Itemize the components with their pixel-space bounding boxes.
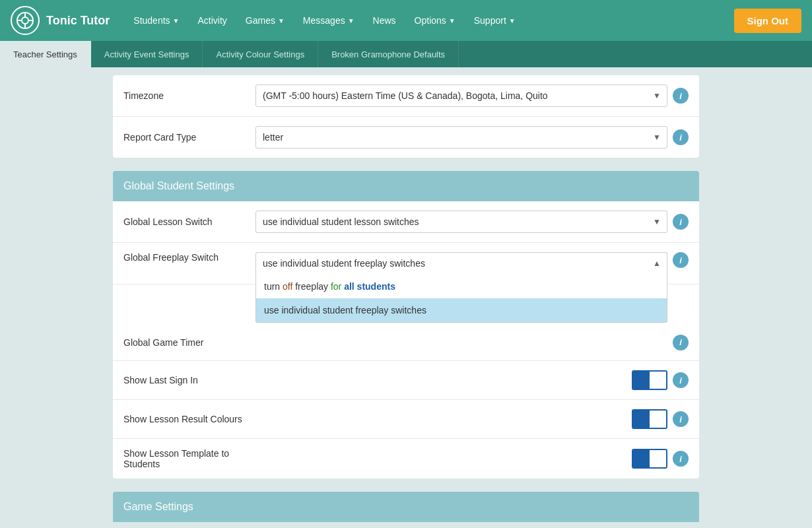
- global-game-timer-control: i: [255, 335, 689, 350]
- toggle-on-side: [633, 372, 650, 389]
- report-card-control: letter ▼ i: [255, 126, 689, 148]
- global-freeplay-switch-label: Global Freeplay Switch: [123, 252, 255, 263]
- sub-nav-teacher-settings[interactable]: Teacher Settings: [0, 41, 91, 67]
- nav-items: Students ▼ Activity Games ▼ Messages ▼ N…: [125, 10, 733, 31]
- timezone-select[interactable]: (GMT -5:00 hours) Eastern Time (US & Can…: [255, 84, 667, 107]
- show-last-sign-in-label: Show Last Sign In: [123, 375, 255, 385]
- show-lesson-template-row: Show Lesson Template to Students i: [113, 439, 699, 478]
- sub-nav-broken-gramophone[interactable]: Broken Gramophone Defaults: [318, 41, 459, 67]
- global-student-settings-card: Global Lesson Switch use individual stud…: [113, 201, 699, 478]
- show-lesson-result-colours-toggle[interactable]: [632, 409, 667, 429]
- logo-area: Tonic Tutor: [11, 6, 110, 35]
- global-lesson-switch-label: Global Lesson Switch: [123, 216, 255, 227]
- show-lesson-result-colours-row: Show Lesson Result Colours i: [113, 400, 699, 439]
- timezone-select-wrapper: (GMT -5:00 hours) Eastern Time (US & Can…: [255, 84, 667, 107]
- show-last-sign-in-row: Show Last Sign In i: [113, 361, 699, 400]
- timezone-control: (GMT -5:00 hours) Eastern Time (US & Can…: [255, 84, 689, 107]
- report-card-info-icon[interactable]: i: [673, 129, 689, 145]
- main-content: Timezone (GMT -5:00 hours) Eastern Time …: [102, 67, 710, 528]
- sign-out-button[interactable]: Sign Out: [734, 9, 802, 33]
- nav-item-options[interactable]: Options ▼: [407, 10, 463, 31]
- show-lesson-result-colours-info-icon[interactable]: i: [673, 411, 689, 427]
- report-card-row: Report Card Type letter ▼ i: [113, 117, 699, 158]
- sub-nav-activity-colour-settings[interactable]: Activity Colour Settings: [203, 41, 318, 67]
- freeplay-option-turn-off[interactable]: turn off freeplay for all students: [256, 275, 667, 298]
- brand-name: Tonic Tutor: [46, 14, 110, 28]
- global-lesson-info-icon[interactable]: i: [673, 214, 689, 230]
- timezone-label: Timezone: [123, 90, 255, 101]
- global-freeplay-info-icon[interactable]: i: [673, 252, 689, 268]
- global-student-settings-section: Global Student Settings Global Lesson Sw…: [113, 171, 699, 478]
- global-game-timer-info-icon[interactable]: i: [673, 335, 689, 350]
- nav-item-news[interactable]: News: [365, 10, 404, 31]
- freeplay-option-individual[interactable]: use individual student freeplay switches: [256, 298, 667, 322]
- chevron-down-icon: ▼: [449, 17, 456, 24]
- global-lesson-select[interactable]: use individual student lesson switches: [255, 211, 667, 233]
- timezone-info-icon[interactable]: i: [673, 88, 689, 104]
- chevron-down-icon: ▼: [173, 17, 180, 24]
- nav-item-messages[interactable]: Messages ▼: [295, 10, 362, 31]
- show-lesson-result-colours-control: i: [255, 409, 689, 429]
- basic-settings-card: Timezone (GMT -5:00 hours) Eastern Time …: [113, 75, 699, 158]
- chevron-down-icon: ▼: [509, 17, 516, 24]
- timezone-row: Timezone (GMT -5:00 hours) Eastern Time …: [113, 75, 699, 117]
- global-freeplay-switch-control: use individual student freeplay switches…: [255, 252, 689, 275]
- chevron-down-icon: ▼: [278, 17, 285, 24]
- chevron-down-icon: ▼: [348, 17, 355, 24]
- show-last-sign-in-toggle[interactable]: [632, 370, 667, 390]
- toggle-off-side: [650, 450, 666, 467]
- toggle-off-side: [650, 411, 666, 428]
- freeplay-dropdown: turn off freeplay for all students use i…: [255, 275, 667, 323]
- global-lesson-select-wrapper: use individual student lesson switches ▼: [255, 211, 667, 233]
- nav-item-students[interactable]: Students ▼: [125, 10, 187, 31]
- global-student-settings-header: Global Student Settings: [113, 171, 699, 201]
- toggle-off-side: [650, 372, 666, 389]
- global-lesson-switch-row: Global Lesson Switch use individual stud…: [113, 201, 699, 243]
- report-card-select[interactable]: letter: [255, 126, 667, 148]
- show-lesson-template-toggle[interactable]: [632, 449, 667, 469]
- toggle-on-side: [633, 411, 650, 428]
- global-game-timer-label: Global Game Timer: [123, 337, 255, 348]
- svg-point-1: [22, 17, 28, 24]
- game-settings-section: Game Settings: [113, 492, 699, 522]
- nav-item-activity[interactable]: Activity: [189, 10, 234, 31]
- show-lesson-result-colours-label: Show Lesson Result Colours: [123, 414, 255, 424]
- global-game-timer-row: Global Game Timer i: [113, 324, 699, 361]
- global-lesson-switch-control: use individual student lesson switches ▼…: [255, 211, 689, 233]
- game-settings-header: Game Settings: [113, 492, 699, 522]
- show-lesson-template-label: Show Lesson Template to Students: [123, 448, 255, 469]
- show-last-sign-in-control: i: [255, 370, 689, 390]
- report-card-label: Report Card Type: [123, 132, 255, 143]
- report-card-select-wrapper: letter ▼: [255, 126, 667, 148]
- global-freeplay-switch-row: Global Freeplay Switch use individual st…: [113, 243, 699, 284]
- show-last-sign-in-info-icon[interactable]: i: [673, 372, 689, 388]
- show-lesson-template-info-icon[interactable]: i: [673, 451, 689, 467]
- sub-nav: Teacher Settings Activity Event Settings…: [0, 41, 812, 67]
- nav-item-support[interactable]: Support ▼: [466, 10, 524, 31]
- nav-item-games[interactable]: Games ▼: [238, 10, 292, 31]
- logo-icon: [11, 6, 40, 35]
- global-freeplay-select[interactable]: use individual student freeplay switches: [255, 252, 667, 275]
- sub-nav-activity-event-settings[interactable]: Activity Event Settings: [91, 41, 203, 67]
- toggle-on-side: [633, 450, 650, 467]
- global-freeplay-select-wrapper: use individual student freeplay switches…: [255, 252, 667, 275]
- show-lesson-template-control: i: [255, 449, 689, 469]
- top-nav: Tonic Tutor Students ▼ Activity Games ▼ …: [0, 0, 812, 41]
